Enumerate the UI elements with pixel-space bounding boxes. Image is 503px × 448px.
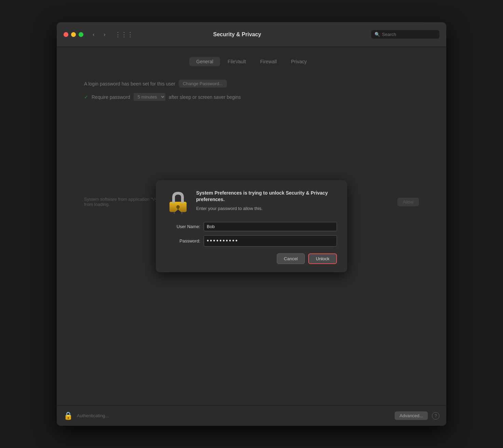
dialog-overlay: System Preferences is trying to unlock S…	[57, 47, 446, 405]
search-input[interactable]	[382, 32, 436, 37]
search-box: 🔍	[371, 30, 439, 39]
lock-illustration	[166, 190, 190, 214]
authenticating-text: Authenticating...	[77, 413, 391, 418]
username-row: User Name:	[166, 222, 337, 231]
lock-icon: 🔒	[64, 411, 73, 420]
dialog-text: System Preferences is trying to unlock S…	[196, 190, 337, 214]
advanced-button[interactable]: Advanced...	[395, 411, 428, 420]
dialog-subtitle: Enter your password to allow this.	[196, 206, 337, 211]
bottom-bar: 🔒 Authenticating... Advanced... ?	[57, 405, 446, 426]
minimize-button[interactable]	[71, 32, 76, 37]
unlock-button[interactable]: Unlock	[308, 253, 337, 264]
search-icon: 🔍	[375, 32, 380, 37]
username-label: User Name:	[166, 224, 200, 229]
back-button[interactable]: ‹	[89, 30, 98, 39]
password-label: Password:	[166, 238, 200, 243]
dialog-buttons: Cancel Unlock	[166, 253, 337, 264]
password-row: Password:	[166, 235, 337, 247]
titlebar: ‹ › ⋮⋮⋮ Security & Privacy 🔍	[57, 22, 446, 47]
help-button[interactable]: ?	[432, 412, 439, 420]
window-title: Security & Privacy	[103, 31, 371, 38]
traffic-lights	[64, 32, 83, 37]
dialog-header: System Preferences is trying to unlock S…	[166, 190, 337, 214]
username-input[interactable]	[204, 222, 337, 231]
dialog-title: System Preferences is trying to unlock S…	[196, 190, 337, 203]
content-area: General FileVault Firewall Privacy A log…	[57, 47, 446, 405]
unlock-dialog: System Preferences is trying to unlock S…	[156, 180, 347, 272]
fullscreen-button[interactable]	[79, 32, 83, 37]
main-window: ‹ › ⋮⋮⋮ Security & Privacy 🔍 General Fil…	[57, 22, 446, 426]
close-button[interactable]	[64, 32, 68, 37]
cancel-button[interactable]: Cancel	[277, 253, 305, 264]
svg-rect-3	[177, 207, 179, 210]
password-input[interactable]	[204, 235, 337, 247]
